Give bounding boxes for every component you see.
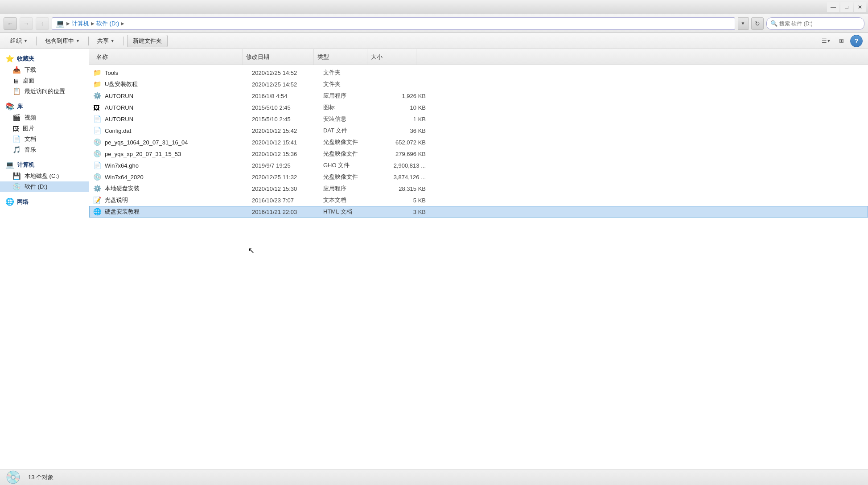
- table-row[interactable]: 📁 U盘安装教程 2020/12/25 14:52 文件夹: [89, 78, 868, 90]
- file-name: Config.dat: [105, 127, 252, 134]
- view-icon: ☰: [822, 37, 827, 44]
- file-date: 2020/10/12 15:42: [252, 127, 323, 134]
- addressbar: ← → ↑ 💻 ▶ 计算机 ▶ 软件 (D:) ▶ ▼ ↻ 🔍: [0, 14, 868, 33]
- organize-button[interactable]: 组织 ▼: [5, 35, 33, 47]
- up-button[interactable]: ↑: [36, 17, 49, 30]
- table-row[interactable]: 📄 Win7x64.gho 2019/9/7 19:25 GHO 文件 2,90…: [89, 160, 868, 171]
- path-computer[interactable]: 计算机: [72, 20, 89, 28]
- sidebar-section-network: 🌐 网络: [0, 196, 89, 208]
- col-header-size[interactable]: 大小: [367, 49, 416, 65]
- address-path: 💻 ▶ 计算机 ▶ 软件 (D:) ▶: [52, 17, 735, 30]
- view-arrow: ▼: [827, 39, 831, 43]
- table-row[interactable]: 📄 Config.dat 2020/10/12 15:42 DAT 文件 36 …: [89, 125, 868, 136]
- sidebar-group-favorites[interactable]: ⭐ 收藏夹: [0, 53, 89, 65]
- file-type-icon: 📝: [93, 196, 102, 204]
- file-date: 2020/12/25 14:52: [252, 81, 323, 88]
- table-row[interactable]: 📄 AUTORUN 2015/5/10 2:45 安装信息 1 KB: [89, 113, 868, 125]
- forward-button[interactable]: →: [20, 17, 33, 30]
- table-row[interactable]: 💿 pe_yqs_1064_20_07_31_16_04 2020/10/12 …: [89, 136, 868, 148]
- table-row[interactable]: 💿 pe_yqs_xp_20_07_31_15_53 2020/10/12 15…: [89, 148, 868, 160]
- path-drive[interactable]: 软件 (D:): [96, 20, 119, 28]
- sidebar-item-recent[interactable]: 📋 最近访问的位置: [0, 86, 89, 97]
- file-name: AUTORUN: [105, 116, 252, 123]
- help-button[interactable]: ?: [850, 35, 863, 47]
- col-header-date[interactable]: 修改日期: [243, 49, 314, 65]
- file-size: 652,072 KB: [377, 139, 426, 146]
- file-type: 应用程序: [323, 92, 377, 100]
- file-type-icon: 💿: [93, 173, 102, 181]
- share-arrow: ▼: [111, 39, 115, 43]
- maximize-button[interactable]: □: [840, 2, 853, 12]
- close-button[interactable]: ✕: [854, 2, 866, 12]
- sidebar-item-download[interactable]: 📥 下载: [0, 65, 89, 75]
- table-row[interactable]: 📁 Tools 2020/12/25 14:52 文件夹: [89, 67, 868, 78]
- organize-label: 组织: [10, 37, 22, 45]
- file-name: Tools: [105, 70, 252, 76]
- file-name: Win7x64.gho: [105, 162, 252, 169]
- minimize-button[interactable]: —: [827, 2, 839, 12]
- new-folder-button[interactable]: 新建文件夹: [127, 35, 168, 47]
- col-header-type[interactable]: 类型: [314, 49, 367, 65]
- file-date: 2020/12/25 11:32: [252, 174, 323, 181]
- include-library-button[interactable]: 包含到库中 ▼: [40, 35, 85, 47]
- address-dropdown[interactable]: ▼: [738, 17, 749, 30]
- share-label: 共享: [97, 37, 109, 45]
- file-size: 279,696 KB: [377, 151, 426, 157]
- table-row[interactable]: 🖼 AUTORUN 2015/5/10 2:45 图标 10 KB: [89, 102, 868, 113]
- file-name: 本地硬盘安装: [105, 185, 252, 193]
- document-icon: 📄: [12, 135, 21, 143]
- table-row[interactable]: ⚙️ 本地硬盘安装 2020/10/12 15:30 应用程序 28,315 K…: [89, 183, 868, 194]
- computer-label: 计算机: [17, 161, 34, 169]
- sidebar-item-desktop[interactable]: 🖥 桌面: [0, 75, 89, 86]
- file-name: 硬盘安装教程: [105, 208, 252, 216]
- recent-icon: 📋: [12, 87, 21, 95]
- sidebar-item-music[interactable]: 🎵 音乐: [0, 144, 89, 155]
- file-type-icon: ⚙️: [93, 92, 102, 100]
- sidebar-item-local-c[interactable]: 💾 本地磁盘 (C:): [0, 171, 89, 181]
- file-name: pe_yqs_1064_20_07_31_16_04: [105, 139, 252, 146]
- file-type: 图标: [323, 103, 377, 111]
- search-input[interactable]: [779, 21, 860, 27]
- toolbar-separator-1: [36, 37, 37, 45]
- sidebar-item-document[interactable]: 📄 文档: [0, 134, 89, 144]
- sidebar-item-picture[interactable]: 🖼 图片: [0, 123, 89, 134]
- path-arrow-1: ▶: [66, 21, 70, 26]
- file-type: 文件夹: [323, 80, 377, 88]
- table-row[interactable]: 💿 Win7x64_2020 2020/12/25 11:32 光盘映像文件 3…: [89, 171, 868, 183]
- picture-icon: 🖼: [12, 125, 19, 132]
- share-button[interactable]: 共享 ▼: [92, 35, 119, 47]
- file-type-icon: 📁: [93, 80, 102, 88]
- status-count: 13 个对象: [28, 473, 53, 481]
- sidebar-group-library[interactable]: 📚 库: [0, 100, 89, 112]
- file-type-icon: 🌐: [93, 208, 102, 216]
- file-type-icon: 📄: [93, 161, 102, 169]
- local-c-icon: 💾: [12, 172, 21, 180]
- table-row[interactable]: 📝 光盘说明 2016/10/23 7:07 文本文档 5 KB: [89, 194, 868, 206]
- sidebar-group-network[interactable]: 🌐 网络: [0, 196, 89, 208]
- sidebar-item-soft-d[interactable]: 💿 软件 (D:): [0, 181, 89, 192]
- table-row[interactable]: 🌐 硬盘安装教程 2016/11/21 22:03 HTML 文档 3 KB: [89, 206, 868, 218]
- file-date: 2016/1/8 4:54: [252, 93, 323, 99]
- sidebar-group-computer[interactable]: 💻 计算机: [0, 159, 89, 171]
- video-label: 视频: [25, 114, 36, 122]
- col-header-name[interactable]: 名称: [93, 49, 243, 65]
- download-icon: 📥: [12, 66, 21, 74]
- sidebar-section-favorites: ⭐ 收藏夹 📥 下载 🖥 桌面 📋 最近访问的位置: [0, 53, 89, 97]
- refresh-button[interactable]: ↻: [751, 17, 764, 30]
- main-layout: ⭐ 收藏夹 📥 下载 🖥 桌面 📋 最近访问的位置 📚 库: [0, 49, 868, 469]
- file-date: 2019/9/7 19:25: [252, 162, 323, 169]
- recent-label: 最近访问的位置: [25, 87, 65, 95]
- file-date: 2020/10/12 15:41: [252, 139, 323, 146]
- view-button[interactable]: ☰ ▼: [820, 35, 832, 47]
- library-label: 库: [17, 103, 23, 111]
- computer-group-icon: 💻: [5, 160, 14, 169]
- file-type: 应用程序: [323, 185, 377, 193]
- back-button[interactable]: ←: [4, 17, 17, 30]
- sidebar-item-video[interactable]: 🎬 视频: [0, 112, 89, 123]
- picture-label: 图片: [23, 124, 34, 132]
- file-type: 光盘映像文件: [323, 173, 377, 181]
- file-type-icon: 📁: [93, 69, 102, 77]
- file-name: pe_yqs_xp_20_07_31_15_53: [105, 151, 252, 157]
- preview-pane-button[interactable]: ⊞: [835, 35, 847, 47]
- table-row[interactable]: ⚙️ AUTORUN 2016/1/8 4:54 应用程序 1,926 KB: [89, 90, 868, 102]
